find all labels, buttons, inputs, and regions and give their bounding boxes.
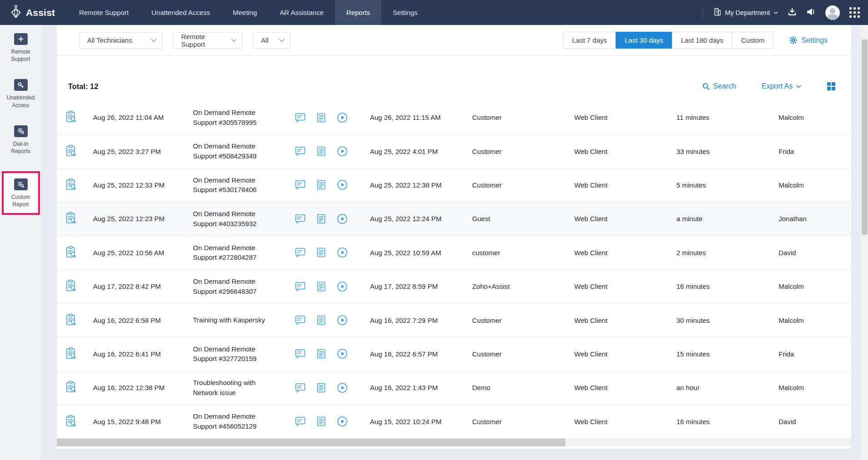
table-row[interactable]: Aug 16, 2022 6:41 PM On Demand Remote Su… (57, 337, 851, 371)
nav-divider (703, 7, 703, 19)
nav-reports[interactable]: Reports (335, 0, 382, 25)
session-detail-icon[interactable] (66, 347, 93, 361)
table-row[interactable]: Aug 25, 2022 10:56 AM On Demand Remote S… (57, 236, 851, 270)
assist-brand[interactable]: Assist (0, 0, 68, 25)
session-notes-icon[interactable] (295, 247, 306, 257)
session-detail-icon[interactable] (66, 381, 93, 395)
table-row[interactable]: Aug 16, 2022 6:58 PM Training with Kaspe… (57, 303, 851, 337)
session-summary-icon[interactable] (317, 315, 326, 325)
sidebar-item-dial-in-reports[interactable]: Dial-in Reports (2, 125, 40, 155)
table-row[interactable]: Aug 25, 2022 12:33 PM On Demand Remote S… (57, 168, 851, 202)
session-summary-icon[interactable] (317, 146, 326, 156)
session-name-cell: On Demand Remote Support #296648307 (193, 277, 295, 297)
session-notes-icon[interactable] (295, 146, 306, 156)
apps-grid-icon[interactable] (849, 7, 860, 18)
session-summary-icon[interactable] (317, 247, 326, 257)
session-summary-icon[interactable] (317, 180, 326, 190)
session-notes-icon[interactable] (295, 282, 306, 292)
range-custom[interactable]: Custom (732, 32, 774, 49)
play-recording-icon[interactable] (337, 179, 348, 190)
vertical-scrollbar-thumb[interactable] (862, 40, 868, 235)
play-recording-icon[interactable] (337, 213, 348, 224)
table-row[interactable]: Aug 16, 2022 12:38 PM Troubleshooting wi… (57, 371, 851, 405)
department-selector[interactable]: My Department (714, 8, 778, 17)
session-detail-icon[interactable] (66, 279, 93, 293)
end-time-cell: Aug 16, 2022 7:29 PM (370, 317, 472, 324)
play-recording-icon[interactable] (337, 382, 348, 393)
user-avatar[interactable] (825, 5, 840, 20)
duration-cell: 11 minutes (676, 114, 779, 121)
status-filter-dropdown[interactable]: All (253, 32, 291, 49)
customer-cell: Customer (472, 418, 574, 425)
column-chooser-grid-icon[interactable] (827, 82, 836, 91)
sidebar-item-remote-support[interactable]: Remote Support (2, 33, 40, 63)
nav-settings[interactable]: Settings (381, 0, 429, 25)
end-time-cell: Aug 25, 2022 12:24 PM (370, 215, 472, 223)
start-time-cell: Aug 25, 2022 3:27 PM (93, 148, 193, 155)
export-as-button[interactable]: Export As (762, 82, 801, 90)
page-body: Remote Support Unattended Access Dial-in… (0, 25, 868, 460)
session-summary-icon[interactable] (317, 416, 326, 426)
play-recording-icon[interactable] (337, 348, 348, 359)
nav-meeting[interactable]: Meeting (222, 0, 268, 25)
announcement-icon[interactable] (806, 7, 816, 18)
session-detail-icon[interactable] (66, 110, 93, 124)
range-last-180-days[interactable]: Last 180 days (672, 32, 732, 49)
row-actions (295, 315, 370, 326)
session-summary-icon[interactable] (317, 282, 326, 292)
status-filter-value: All (261, 36, 269, 44)
duration-cell: 16 minutes (676, 282, 779, 290)
horizontal-scrollbar-thumb[interactable] (57, 439, 565, 446)
nav-ar-assistance[interactable]: AR Assistance (268, 0, 335, 25)
session-notes-icon[interactable] (295, 214, 306, 224)
play-recording-icon[interactable] (337, 281, 348, 292)
reports-sidebar: Remote Support Unattended Access Dial-in… (0, 25, 42, 460)
client-type-cell: Web Client (574, 148, 676, 155)
table-row[interactable]: Aug 25, 2022 12:23 PM On Demand Remote S… (57, 202, 851, 236)
session-detail-icon[interactable] (66, 313, 93, 327)
sidebar-item-unattended-access[interactable]: Unattended Access (2, 79, 40, 109)
report-settings-button[interactable]: Settings (789, 36, 828, 45)
session-detail-icon[interactable] (66, 246, 93, 260)
session-type-filter-value: Remote Support (181, 33, 227, 48)
search-button[interactable]: Search (702, 82, 736, 90)
sidebar-label: Dial-in Reports (4, 140, 38, 155)
sidebar-item-custom-report[interactable]: Custom Report (2, 171, 40, 214)
session-summary-icon[interactable] (317, 383, 326, 393)
play-recording-icon[interactable] (337, 112, 348, 123)
session-notes-icon[interactable] (295, 315, 306, 325)
table-row[interactable]: Aug 25, 2022 3:27 PM On Demand Remote Su… (57, 134, 851, 168)
session-summary-icon[interactable] (317, 113, 326, 123)
session-notes-icon[interactable] (295, 113, 306, 123)
session-detail-icon[interactable] (66, 415, 93, 429)
start-time-cell: Aug 25, 2022 12:33 PM (93, 181, 193, 189)
session-summary-icon[interactable] (317, 214, 326, 224)
row-actions (295, 281, 370, 292)
session-detail-icon[interactable] (66, 178, 93, 192)
nav-remote-support[interactable]: Remote Support (68, 0, 140, 25)
session-notes-icon[interactable] (295, 383, 306, 393)
session-notes-icon[interactable] (295, 180, 306, 190)
download-icon[interactable] (788, 7, 797, 18)
table-row[interactable]: Aug 15, 2022 9:48 PM On Demand Remote Su… (57, 405, 851, 439)
technician-filter-dropdown[interactable]: All Technicians (79, 32, 163, 49)
session-notes-icon[interactable] (295, 416, 306, 426)
range-last-30-days[interactable]: Last 30 days (616, 32, 672, 49)
session-summary-icon[interactable] (317, 349, 326, 359)
session-detail-icon[interactable] (66, 212, 93, 226)
department-label: My Department (725, 9, 770, 16)
range-last-7-days[interactable]: Last 7 days (563, 32, 616, 49)
session-table-body: Aug 26, 2022 11:04 AM On Demand Remote S… (57, 101, 851, 439)
play-recording-icon[interactable] (337, 146, 348, 157)
nav-unattended-access[interactable]: Unattended Access (140, 0, 221, 25)
table-row[interactable]: Aug 26, 2022 11:04 AM On Demand Remote S… (57, 101, 851, 134)
session-notes-icon[interactable] (295, 349, 306, 359)
session-type-filter-dropdown[interactable]: Remote Support (173, 32, 242, 49)
session-detail-icon[interactable] (66, 144, 93, 158)
table-row[interactable]: Aug 17, 2022 8:42 PM On Demand Remote Su… (57, 270, 851, 303)
duration-cell: 16 minutes (676, 418, 779, 425)
play-recording-icon[interactable] (337, 315, 348, 326)
date-range-group: Last 7 days Last 30 days Last 180 days C… (563, 32, 774, 49)
play-recording-icon[interactable] (337, 247, 348, 258)
play-recording-icon[interactable] (337, 416, 348, 427)
